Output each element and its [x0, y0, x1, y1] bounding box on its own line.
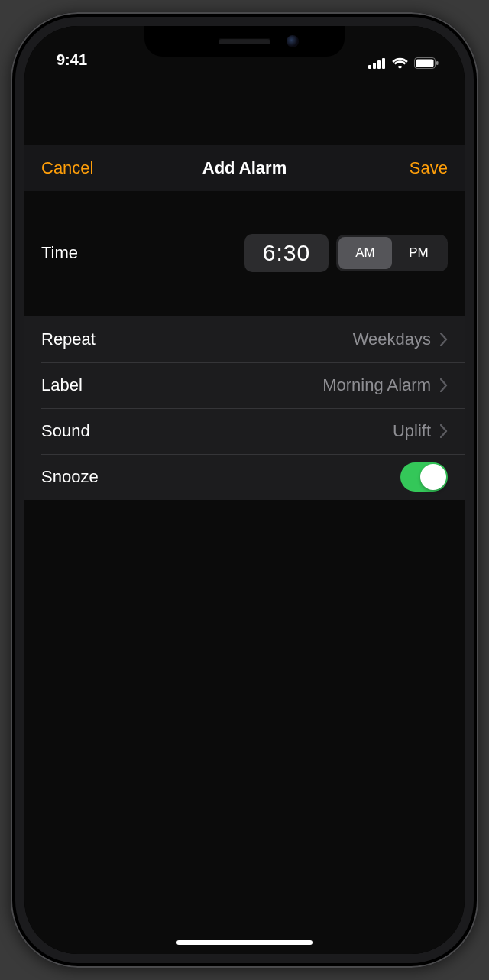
- notch: [144, 26, 345, 57]
- svg-rect-1: [373, 63, 376, 69]
- am-option[interactable]: AM: [338, 237, 392, 269]
- content-area: 9:41: [24, 26, 465, 954]
- chevron-right-icon: [440, 424, 448, 438]
- label-value: Morning Alarm: [322, 375, 431, 395]
- ampm-segmented-control[interactable]: AM PM: [336, 235, 448, 271]
- cancel-button[interactable]: Cancel: [41, 158, 93, 178]
- label-label: Label: [41, 375, 83, 395]
- repeat-row[interactable]: Repeat Weekdays: [24, 316, 465, 362]
- snooze-row: Snooze: [24, 454, 465, 500]
- battery-icon: [414, 57, 439, 69]
- screen: 9:41: [24, 26, 465, 954]
- time-section: Time AM PM: [24, 191, 465, 316]
- snooze-label: Snooze: [41, 467, 99, 487]
- cellular-signal-icon: [368, 58, 386, 69]
- svg-rect-2: [377, 60, 381, 69]
- svg-rect-5: [416, 60, 434, 67]
- home-indicator[interactable]: [176, 940, 313, 945]
- sound-value: Uplift: [393, 421, 431, 441]
- svg-rect-6: [436, 61, 439, 65]
- wifi-icon: [392, 57, 408, 69]
- repeat-value: Weekdays: [353, 329, 431, 349]
- device-frame: 9:41: [11, 12, 478, 968]
- pm-option[interactable]: PM: [392, 237, 445, 269]
- time-label: Time: [41, 243, 78, 263]
- label-row[interactable]: Label Morning Alarm: [24, 362, 465, 408]
- status-time: 9:41: [57, 51, 87, 69]
- speaker-grille: [219, 38, 270, 44]
- sound-label: Sound: [41, 421, 90, 441]
- status-right: [368, 57, 439, 69]
- front-camera: [287, 35, 299, 47]
- chevron-right-icon: [440, 378, 448, 392]
- save-button[interactable]: Save: [410, 158, 448, 178]
- repeat-label: Repeat: [41, 329, 96, 349]
- page-title: Add Alarm: [202, 158, 287, 178]
- svg-rect-3: [382, 58, 385, 69]
- nav-bar: Cancel Add Alarm Save: [24, 145, 465, 191]
- settings-list: Repeat Weekdays Label Morning Alarm: [24, 316, 465, 500]
- time-input[interactable]: [244, 234, 329, 272]
- svg-rect-0: [368, 65, 371, 69]
- chevron-right-icon: [440, 333, 448, 346]
- snooze-toggle[interactable]: [400, 462, 448, 492]
- sound-row[interactable]: Sound Uplift: [24, 408, 465, 454]
- toggle-knob: [420, 464, 446, 490]
